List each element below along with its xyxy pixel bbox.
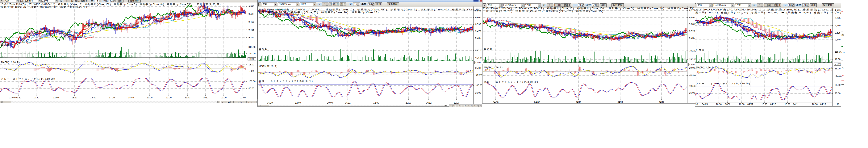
svg-text:9,470: 9,470 <box>475 30 481 33</box>
svg-text:04/11: 04/11 <box>617 101 623 104</box>
svg-text:16:30: 16:30 <box>739 103 745 106</box>
svg-text:MACD( 12, 26, 9 ): MACD( 12, 26, 9 ) <box>259 65 277 68</box>
svg-text:95.00: 95.00 <box>835 84 840 86</box>
svg-text:04/07: 04/07 <box>747 103 753 106</box>
svg-text:9,440: 9,440 <box>835 38 840 41</box>
svg-text:20.00: 20.00 <box>689 67 695 69</box>
svg-text:9,455: 9,455 <box>248 21 254 23</box>
svg-text:出来高: 出来高 <box>484 47 493 50</box>
svg-text:16:30: 16:30 <box>716 103 722 106</box>
svg-text:出来高: 出来高 <box>696 49 705 51</box>
svg-text:9,600: 9,600 <box>475 16 481 19</box>
svg-text::30: :30 <box>695 103 698 106</box>
svg-text:9,375: 9,375 <box>248 36 254 39</box>
svg-text:来: 来 <box>841 33 844 36</box>
svg-text:04/10: 04/10 <box>576 101 581 104</box>
svg-text:16:30: 16:30 <box>762 103 767 106</box>
svg-text:25.00: 25.00 <box>475 67 481 69</box>
svg-text:750.00: 750.00 <box>689 49 696 52</box>
svg-text:9,495: 9,495 <box>248 13 254 15</box>
svg-text:出来高: 出来高 <box>1 43 10 46</box>
svg-text:550.00: 550.00 <box>475 49 482 52</box>
svg-text:9,535: 9,535 <box>248 5 254 8</box>
svg-text:20:00: 20:00 <box>327 102 333 104</box>
svg-text:13.00: 13.00 <box>248 63 254 66</box>
svg-text:04/11: 04/11 <box>793 103 799 106</box>
svg-text:× 100: × 100 <box>475 62 480 64</box>
svg-text:250.00: 250.00 <box>689 58 696 61</box>
svg-text:100.00: 100.00 <box>248 80 255 83</box>
svg-text:9,725: 9,725 <box>835 17 840 20</box>
svg-text:18:40: 18:40 <box>128 96 134 99</box>
svg-text:MACD( 12, 26, 9 ): MACD( 12, 26, 9 ) <box>484 66 502 69</box>
svg-text:04/12: 04/12 <box>203 96 209 99</box>
svg-text:04/05: 04/05 <box>702 103 708 106</box>
svg-text:40.00: 40.00 <box>248 87 254 90</box>
svg-text:CD: CD <box>841 51 844 54</box>
svg-text:15.00: 15.00 <box>835 67 840 70</box>
svg-text:22:40: 22:40 <box>185 96 190 99</box>
svg-text:35.00: 35.00 <box>689 91 695 94</box>
svg-text:150.00: 150.00 <box>475 57 482 60</box>
svg-text:10:40: 10:40 <box>33 96 39 99</box>
svg-text:04/10: 04/10 <box>770 103 776 106</box>
svg-text:01:20: 01:20 <box>221 96 226 99</box>
svg-text:スロー・ストキャスティクス( 14, 3, 80, 20 ): スロー・ストキャスティクス( 14, 3, 80, 20 ) <box>696 82 750 85</box>
svg-text:115.00: 115.00 <box>835 50 842 53</box>
svg-text:04/06: 04/06 <box>725 103 731 106</box>
svg-text:35.00: 35.00 <box>835 92 840 95</box>
svg-text:04/06: 04/06 <box>493 101 498 104</box>
svg-text:9,405: 9,405 <box>475 37 481 39</box>
svg-text:9,690: 9,690 <box>689 16 695 19</box>
svg-text:× 100: × 100 <box>689 63 694 66</box>
svg-text:9,415: 9,415 <box>248 28 254 31</box>
svg-text:ロ: ロ <box>841 67 844 70</box>
svg-text:9,520: 9,520 <box>689 30 695 33</box>
svg-text:02:40: 02:40 <box>240 96 246 99</box>
svg-text:9,535: 9,535 <box>475 23 481 26</box>
svg-text:04/10: 04/10 <box>267 102 273 104</box>
svg-text:21:20: 21:20 <box>166 96 172 99</box>
svg-text:× 1000: × 1000 <box>835 63 841 65</box>
svg-text:04/07: 04/07 <box>534 101 540 104</box>
svg-text:スロー・ストキャスティクス( 14, 3, 80, 20 ): スロー・ストキャスティクス( 14, 3, 80, 20 ) <box>259 80 313 82</box>
svg-text:315.00: 315.00 <box>248 46 255 48</box>
svg-text:9,630: 9,630 <box>835 24 840 27</box>
svg-text:MACD( 12, 26, 9 ): MACD( 12, 26, 9 ) <box>696 66 715 69</box>
svg-text:100.00: 100.00 <box>475 84 482 87</box>
svg-text:13:20: 13:20 <box>71 96 77 99</box>
svg-text:12:00: 12:00 <box>53 96 59 99</box>
svg-text:MACD( 12, 26, 9 ): MACD( 12, 26, 9 ) <box>1 61 20 64</box>
svg-text:04/12: 04/12 <box>659 101 664 104</box>
svg-text:× 100: × 100 <box>248 58 254 60</box>
svg-text:9,605: 9,605 <box>689 23 695 26</box>
svg-text:20:00: 20:00 <box>406 102 411 104</box>
svg-text:出来高: 出来高 <box>259 47 268 50</box>
svg-text:12:00: 12:00 <box>295 102 301 104</box>
svg-text:スロー・ストキャスティクス( 14, 3, 80, 20 ): スロー・ストキャスティクス( 14, 3, 80, 20 ) <box>484 81 538 83</box>
svg-text:-25.00: -25.00 <box>689 74 696 77</box>
svg-text:02:40: 02:40 <box>9 96 15 99</box>
svg-text:-15.00: -15.00 <box>475 73 482 76</box>
svg-text:120.00: 120.00 <box>248 52 255 55</box>
svg-text:20:00: 20:00 <box>147 96 153 99</box>
svg-text:40.00: 40.00 <box>835 58 840 61</box>
svg-text:04/11: 04/11 <box>345 102 350 104</box>
svg-text:04/12: 04/12 <box>426 102 432 104</box>
svg-text:09:20: 09:20 <box>16 96 21 99</box>
svg-text:12:00: 12:00 <box>373 102 379 104</box>
svg-text:-7.50: -7.50 <box>248 70 254 72</box>
svg-text:9,435: 9,435 <box>689 37 695 39</box>
svg-text:17:20: 17:20 <box>109 96 115 99</box>
svg-text:-30.00: -30.00 <box>835 75 841 77</box>
svg-text:04/12: 04/12 <box>820 103 826 106</box>
svg-text:16:30: 16:30 <box>784 103 790 106</box>
svg-text:14:40: 14:40 <box>90 96 96 99</box>
svg-text:35.00: 35.00 <box>475 91 481 94</box>
svg-text:9,535: 9,535 <box>835 32 840 34</box>
svg-text:16:30: 16:30 <box>812 103 817 106</box>
svg-text:12:00: 12:00 <box>454 102 459 104</box>
svg-text:スロー・ストキャスティクス( 14, 3, 80, 20 ): スロー・ストキャスティクス( 14, 3, 80, 20 ) <box>1 78 55 80</box>
